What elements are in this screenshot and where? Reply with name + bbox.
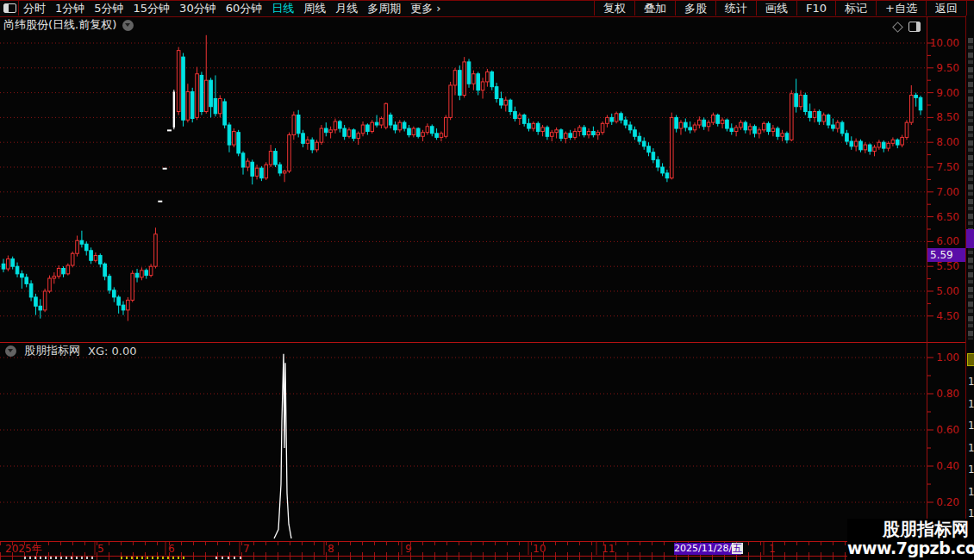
candle-down	[11, 259, 15, 267]
menu-item-period-9[interactable]: 多周期	[367, 1, 401, 16]
menu-item-period-2[interactable]: 5分钟	[94, 1, 123, 16]
menu-item-period-1[interactable]: 1分钟	[55, 1, 84, 16]
menu-item-period-5[interactable]: 60分钟	[226, 1, 263, 16]
menu-item-period-10[interactable]: 更多 ›	[410, 1, 440, 16]
menu-item-tool-8[interactable]: 返回	[926, 1, 967, 16]
candle-up	[453, 71, 457, 85]
candle-up	[177, 51, 180, 112]
layout-split-icon[interactable]	[3, 3, 16, 13]
price-axis-label: 5.50	[936, 260, 959, 272]
menu-item-tool-7[interactable]: +自选	[876, 1, 926, 16]
chevron-down-icon[interactable]	[5, 345, 16, 357]
candle-down	[753, 127, 757, 134]
candle-down	[846, 134, 849, 141]
candle-down	[113, 290, 116, 297]
candle-up	[76, 240, 79, 253]
cutoff-digit: 1	[968, 420, 974, 431]
time-axis-top-line	[0, 541, 965, 542]
price-axis-label: 9.50	[936, 62, 959, 74]
candle-up	[186, 91, 190, 120]
candle-up	[758, 130, 761, 134]
candle-up	[288, 135, 291, 171]
candle-down	[638, 136, 641, 141]
candle-up	[371, 122, 374, 131]
candle-down	[495, 87, 498, 99]
candle-down	[237, 133, 240, 153]
candle-down	[435, 134, 439, 138]
candle-down	[592, 132, 596, 135]
candle-up	[748, 127, 752, 130]
indicator-axis-label: 0.80	[936, 388, 959, 400]
candle-up	[204, 80, 208, 111]
candle-up	[357, 134, 360, 139]
candle-up	[53, 277, 56, 278]
candle-up	[265, 165, 268, 178]
candle-down	[915, 95, 918, 97]
candle-down	[652, 152, 655, 160]
candle-up	[361, 125, 365, 134]
last-price-tag: 5.59	[927, 248, 969, 262]
stock-app-window: 10.009.509.008.508.007.507.006.506.005.5…	[0, 0, 974, 560]
chevron-down-icon[interactable]	[122, 20, 134, 31]
menu-item-period-0[interactable]: 分时	[23, 1, 46, 16]
candle-down	[403, 122, 406, 128]
candle-down	[366, 125, 370, 131]
candle-up	[905, 122, 908, 137]
menu-item-period-4[interactable]: 30分钟	[179, 1, 216, 16]
price-axis-label: 8.50	[936, 111, 959, 123]
candle-down	[559, 130, 563, 139]
indicator-axis-label: 1.00	[936, 352, 959, 364]
candle-up	[7, 259, 10, 270]
candle-down	[108, 277, 111, 290]
chart-canvas[interactable]: 10.009.509.008.508.007.507.006.506.005.5…	[0, 0, 974, 560]
candle-down	[702, 120, 706, 126]
candle-down	[200, 75, 203, 111]
candle-up	[532, 123, 535, 128]
candle-down	[832, 125, 835, 128]
candle-up	[48, 278, 52, 291]
candle-up	[504, 100, 508, 105]
candle-up	[813, 111, 816, 117]
cutoff-digit: 1	[968, 487, 974, 497]
menu-item-tool-6[interactable]: 标记	[835, 1, 876, 16]
candle-down	[16, 266, 19, 274]
menu-item-tool-4[interactable]: 画线	[756, 1, 796, 16]
candle-up	[909, 95, 913, 122]
menu-item-tool-2[interactable]: 多股	[675, 1, 715, 16]
candle-down	[809, 111, 812, 117]
cutoff-glyphs	[968, 38, 973, 339]
candle-down	[896, 140, 899, 145]
candle-down	[919, 97, 922, 109]
candle-down	[827, 115, 830, 126]
menu-item-tool-3[interactable]: 统计	[715, 1, 756, 16]
cutoff-digit: 1	[968, 464, 974, 475]
candle-up	[790, 94, 793, 140]
candle-up	[247, 161, 250, 167]
menu-item-tool-1[interactable]: 叠加	[634, 1, 675, 16]
menu-item-period-3[interactable]: 15分钟	[134, 1, 171, 16]
candle-up	[693, 125, 696, 130]
candle-down	[190, 91, 194, 118]
menu-item-period-8[interactable]: 月线	[335, 1, 358, 16]
candle-down	[467, 62, 471, 84]
menu-item-period-6[interactable]: 日线	[272, 1, 294, 16]
candle-up	[877, 142, 881, 147]
menu-item-tool-0[interactable]: 复权	[594, 1, 634, 16]
menu-item-period-7[interactable]: 周线	[303, 1, 326, 16]
candle-down	[117, 297, 121, 305]
candle-down	[850, 141, 853, 146]
candle-down	[647, 146, 651, 152]
candle-up	[320, 128, 323, 142]
candle-up	[66, 265, 70, 274]
candle-up	[384, 103, 388, 128]
candle-down	[278, 165, 282, 173]
candle-up	[255, 168, 259, 176]
menu-item-tool-5[interactable]: F10	[796, 1, 835, 16]
price-axis-label: 7.00	[936, 186, 959, 198]
candle-up	[127, 300, 130, 310]
candle-down	[103, 264, 107, 276]
cutoff-purple-tag	[966, 229, 974, 248]
top-menu-bar: 分时1分钟5分钟15分钟30分钟60分钟日线周线月线多周期更多 › 复权叠加多股…	[0, 0, 974, 17]
candle-down	[818, 111, 821, 121]
cutoff-text-fragment	[24, 557, 97, 559]
